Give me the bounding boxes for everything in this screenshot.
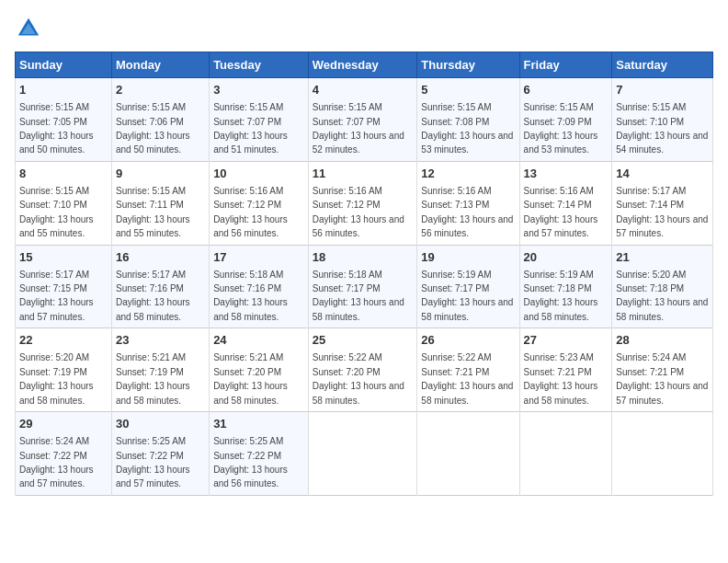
day-number: 14 — [616, 166, 709, 182]
day-info: Sunrise: 5:25 AMSunset: 7:22 PMDaylight:… — [116, 436, 190, 488]
day-info: Sunrise: 5:25 AMSunset: 7:22 PMDaylight:… — [213, 436, 288, 488]
calendar-cell: 6Sunrise: 5:15 AMSunset: 7:09 PMDaylight… — [519, 78, 612, 162]
day-info: Sunrise: 5:15 AMSunset: 7:10 PMDaylight:… — [616, 102, 708, 155]
calendar-cell: 2Sunrise: 5:15 AMSunset: 7:06 PMDaylight… — [111, 78, 209, 162]
day-info: Sunrise: 5:16 AMSunset: 7:12 PMDaylight:… — [213, 186, 288, 238]
calendar-cell: 16Sunrise: 5:17 AMSunset: 7:16 PMDayligh… — [111, 245, 209, 328]
header-wednesday: Wednesday — [308, 52, 417, 78]
calendar-cell: 25Sunrise: 5:22 AMSunset: 7:20 PMDayligh… — [308, 328, 417, 412]
day-number: 4 — [313, 82, 414, 98]
day-info: Sunrise: 5:22 AMSunset: 7:21 PMDaylight:… — [421, 352, 513, 405]
calendar-cell: 14Sunrise: 5:17 AMSunset: 7:14 PMDayligh… — [612, 161, 713, 245]
day-number: 27 — [524, 332, 609, 349]
calendar-cell — [612, 412, 713, 496]
calendar-cell: 30Sunrise: 5:25 AMSunset: 7:22 PMDayligh… — [111, 412, 209, 496]
header-sunday: Sunday — [16, 52, 112, 78]
calendar-table: SundayMondayTuesdayWednesdayThursdayFrid… — [15, 52, 713, 496]
day-info: Sunrise: 5:19 AMSunset: 7:18 PMDaylight:… — [524, 270, 598, 322]
day-number: 5 — [421, 82, 515, 98]
day-info: Sunrise: 5:18 AMSunset: 7:16 PMDaylight:… — [213, 270, 288, 322]
calendar-cell: 29Sunrise: 5:24 AMSunset: 7:22 PMDayligh… — [16, 412, 112, 496]
day-info: Sunrise: 5:18 AMSunset: 7:17 PMDaylight:… — [313, 270, 404, 322]
calendar-cell: 23Sunrise: 5:21 AMSunset: 7:19 PMDayligh… — [111, 328, 209, 412]
day-number: 28 — [616, 332, 709, 349]
day-info: Sunrise: 5:15 AMSunset: 7:07 PMDaylight:… — [313, 102, 404, 155]
header-tuesday: Tuesday — [210, 52, 309, 78]
calendar-cell: 12Sunrise: 5:16 AMSunset: 7:13 PMDayligh… — [417, 161, 519, 245]
calendar-header-row: SundayMondayTuesdayWednesdayThursdayFrid… — [16, 52, 713, 78]
day-info: Sunrise: 5:15 AMSunset: 7:05 PMDaylight:… — [19, 102, 94, 155]
calendar-cell: 21Sunrise: 5:20 AMSunset: 7:18 PMDayligh… — [612, 245, 713, 328]
calendar-cell: 22Sunrise: 5:20 AMSunset: 7:19 PMDayligh… — [16, 328, 112, 412]
day-number: 29 — [19, 416, 108, 432]
calendar-cell: 7Sunrise: 5:15 AMSunset: 7:10 PMDaylight… — [612, 78, 713, 162]
calendar-week-3: 15Sunrise: 5:17 AMSunset: 7:15 PMDayligh… — [16, 245, 713, 328]
calendar-cell: 11Sunrise: 5:16 AMSunset: 7:12 PMDayligh… — [308, 161, 417, 245]
day-number: 12 — [421, 166, 515, 182]
day-info: Sunrise: 5:17 AMSunset: 7:14 PMDaylight:… — [616, 186, 708, 238]
day-number: 9 — [116, 166, 205, 182]
calendar-week-5: 29Sunrise: 5:24 AMSunset: 7:22 PMDayligh… — [16, 412, 713, 496]
day-number: 6 — [524, 82, 609, 98]
day-number: 15 — [19, 249, 108, 266]
calendar-cell: 19Sunrise: 5:19 AMSunset: 7:17 PMDayligh… — [417, 245, 519, 328]
day-number: 11 — [313, 166, 414, 182]
calendar-cell: 18Sunrise: 5:18 AMSunset: 7:17 PMDayligh… — [308, 245, 417, 328]
day-info: Sunrise: 5:21 AMSunset: 7:20 PMDaylight:… — [213, 352, 288, 405]
calendar-cell: 24Sunrise: 5:21 AMSunset: 7:20 PMDayligh… — [210, 328, 309, 412]
day-info: Sunrise: 5:21 AMSunset: 7:19 PMDaylight:… — [116, 352, 190, 405]
calendar-cell: 10Sunrise: 5:16 AMSunset: 7:12 PMDayligh… — [210, 161, 309, 245]
calendar-cell: 9Sunrise: 5:15 AMSunset: 7:11 PMDaylight… — [111, 161, 209, 245]
logo — [15, 15, 46, 42]
day-number: 22 — [19, 332, 108, 349]
day-number: 8 — [19, 166, 108, 182]
day-info: Sunrise: 5:20 AMSunset: 7:19 PMDaylight:… — [19, 352, 94, 405]
day-number: 23 — [116, 332, 205, 349]
day-number: 19 — [421, 249, 515, 266]
day-number: 21 — [616, 249, 709, 266]
day-info: Sunrise: 5:22 AMSunset: 7:20 PMDaylight:… — [313, 352, 404, 405]
calendar-cell: 26Sunrise: 5:22 AMSunset: 7:21 PMDayligh… — [417, 328, 519, 412]
calendar-cell: 15Sunrise: 5:17 AMSunset: 7:15 PMDayligh… — [16, 245, 112, 328]
day-number: 25 — [313, 332, 414, 349]
day-info: Sunrise: 5:15 AMSunset: 7:07 PMDaylight:… — [213, 102, 288, 155]
calendar-cell — [308, 412, 417, 496]
day-info: Sunrise: 5:15 AMSunset: 7:08 PMDaylight:… — [421, 102, 513, 155]
calendar-cell: 20Sunrise: 5:19 AMSunset: 7:18 PMDayligh… — [519, 245, 612, 328]
day-number: 18 — [313, 249, 414, 266]
calendar-cell: 31Sunrise: 5:25 AMSunset: 7:22 PMDayligh… — [210, 412, 309, 496]
day-number: 7 — [616, 82, 709, 98]
header-monday: Monday — [111, 52, 209, 78]
calendar-week-2: 8Sunrise: 5:15 AMSunset: 7:10 PMDaylight… — [16, 161, 713, 245]
calendar-cell — [417, 412, 519, 496]
day-number: 20 — [524, 249, 609, 266]
day-number: 10 — [213, 166, 304, 182]
calendar-week-1: 1Sunrise: 5:15 AMSunset: 7:05 PMDaylight… — [16, 78, 713, 162]
day-number: 2 — [116, 82, 205, 98]
header-friday: Friday — [519, 52, 612, 78]
day-info: Sunrise: 5:15 AMSunset: 7:06 PMDaylight:… — [116, 102, 190, 155]
day-info: Sunrise: 5:17 AMSunset: 7:16 PMDaylight:… — [116, 270, 190, 322]
calendar-week-4: 22Sunrise: 5:20 AMSunset: 7:19 PMDayligh… — [16, 328, 713, 412]
day-info: Sunrise: 5:16 AMSunset: 7:14 PMDaylight:… — [524, 186, 598, 238]
day-number: 30 — [116, 416, 205, 432]
calendar-cell — [519, 412, 612, 496]
day-info: Sunrise: 5:15 AMSunset: 7:09 PMDaylight:… — [524, 102, 598, 155]
calendar-cell: 4Sunrise: 5:15 AMSunset: 7:07 PMDaylight… — [308, 78, 417, 162]
day-number: 26 — [421, 332, 515, 349]
day-number: 3 — [213, 82, 304, 98]
calendar-cell: 28Sunrise: 5:24 AMSunset: 7:21 PMDayligh… — [612, 328, 713, 412]
day-info: Sunrise: 5:20 AMSunset: 7:18 PMDaylight:… — [616, 270, 708, 322]
day-info: Sunrise: 5:24 AMSunset: 7:22 PMDaylight:… — [19, 436, 94, 488]
calendar-cell: 17Sunrise: 5:18 AMSunset: 7:16 PMDayligh… — [210, 245, 309, 328]
header-thursday: Thursday — [417, 52, 519, 78]
day-info: Sunrise: 5:23 AMSunset: 7:21 PMDaylight:… — [524, 352, 598, 405]
day-number: 24 — [213, 332, 304, 349]
day-number: 16 — [116, 249, 205, 266]
day-info: Sunrise: 5:16 AMSunset: 7:13 PMDaylight:… — [421, 186, 513, 238]
day-info: Sunrise: 5:17 AMSunset: 7:15 PMDaylight:… — [19, 270, 94, 322]
day-info: Sunrise: 5:16 AMSunset: 7:12 PMDaylight:… — [313, 186, 404, 238]
day-info: Sunrise: 5:15 AMSunset: 7:10 PMDaylight:… — [19, 186, 94, 238]
day-number: 31 — [213, 416, 304, 432]
day-info: Sunrise: 5:15 AMSunset: 7:11 PMDaylight:… — [116, 186, 190, 238]
